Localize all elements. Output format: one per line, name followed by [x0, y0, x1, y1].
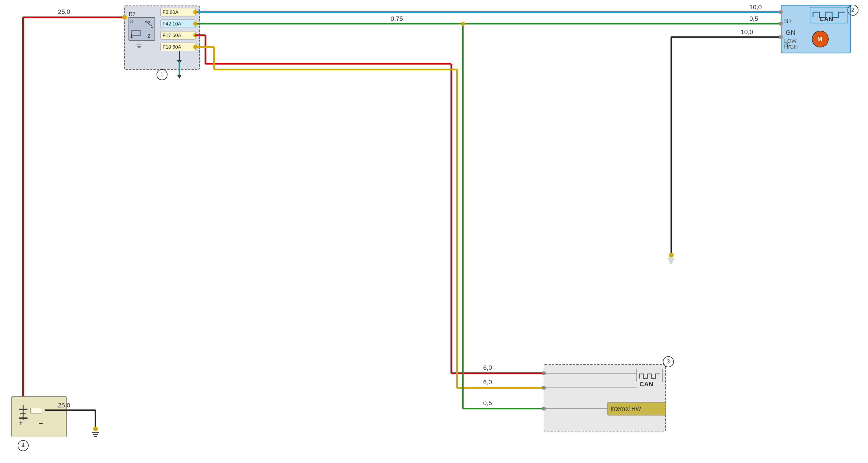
ground-symbol-top — [669, 253, 674, 257]
can-label-comp2: CAN — [819, 16, 833, 23]
svg-text:1: 1 — [160, 71, 163, 78]
junction-f42 — [193, 22, 197, 26]
bminus-label: B- — [784, 41, 790, 49]
battery-plus: + — [19, 419, 23, 427]
junction-fuse-entry — [122, 15, 127, 20]
can-icon-comp3 — [637, 369, 662, 382]
relay-label: R7 — [129, 11, 135, 17]
wire-label-075: 0,75 — [391, 15, 403, 22]
wire-label-05-ign: 0,5 — [749, 15, 758, 22]
battery-fuse — [30, 408, 42, 413]
wire-label-10-bminus: 10,0 — [741, 28, 753, 36]
svg-text:M: M — [817, 36, 822, 42]
svg-text:F42 10A: F42 10A — [163, 21, 181, 27]
wiring-diagram: R7 3 5 1 2 F3 80A F42 10A F17 60A F18 60… — [0, 0, 868, 463]
svg-text:2: 2 — [148, 34, 150, 38]
junction-green-split — [461, 22, 465, 26]
svg-text:2: 2 — [851, 7, 855, 13]
svg-marker-33 — [177, 75, 182, 79]
wire-label-25-battery: 25,0 — [58, 402, 70, 409]
svg-point-6 — [145, 21, 147, 23]
wire-label-6-red: 6,0 — [483, 364, 492, 371]
svg-text:4: 4 — [22, 442, 25, 449]
svg-text:3: 3 — [666, 358, 670, 365]
svg-point-7 — [151, 27, 153, 28]
wire-label-05-comp3: 0,5 — [483, 399, 492, 407]
bplus-label: B+ — [784, 18, 792, 25]
ground-battery — [93, 427, 98, 431]
wire-label-6-yellow: 6,0 — [483, 378, 492, 386]
svg-text:3: 3 — [130, 19, 133, 24]
wire-label-10-blue: 10,0 — [749, 3, 762, 11]
can-label-comp3: CAN — [640, 380, 653, 388]
svg-text:F3    80A: F3 80A — [163, 9, 179, 15]
internal-hw-label: Internal HW — [611, 405, 641, 412]
wire-label-25-top: 25,0 — [58, 8, 70, 16]
ign-label: IGN — [784, 29, 795, 36]
junction-f3 — [193, 10, 197, 14]
svg-text:F18 60A: F18 60A — [163, 44, 181, 50]
battery-minus: – — [39, 419, 43, 427]
svg-text:F17 60A: F17 60A — [163, 33, 181, 38]
